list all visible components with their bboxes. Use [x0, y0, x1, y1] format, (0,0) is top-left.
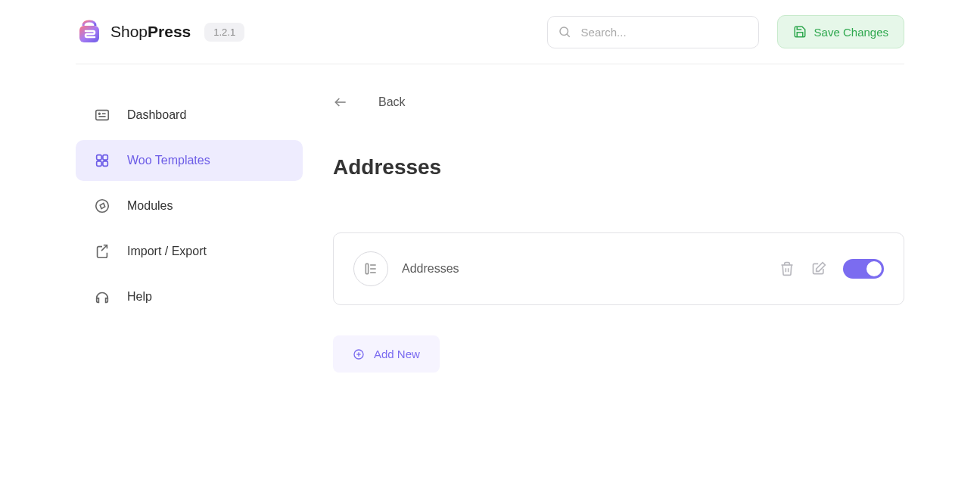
nav-label: Help: [127, 290, 152, 304]
template-name: Addresses: [402, 262, 459, 276]
search-icon: [558, 25, 571, 39]
import-export-icon: [94, 243, 110, 260]
nav-label: Modules: [127, 199, 173, 213]
search-input[interactable]: [547, 16, 759, 48]
svg-point-4: [98, 113, 100, 114]
list-icon: [363, 261, 378, 276]
svg-rect-8: [103, 155, 107, 160]
save-label: Save Changes: [814, 26, 888, 39]
sidebar: Dashboard Woo Templates Modules: [76, 95, 303, 373]
nav-item-import-export[interactable]: Import / Export: [76, 231, 303, 272]
plus-circle-icon: [353, 348, 365, 360]
nav-item-modules[interactable]: Modules: [76, 186, 303, 226]
version-badge: 1.2.1: [204, 23, 244, 42]
save-changes-button[interactable]: Save Changes: [777, 15, 904, 48]
logo[interactable]: ShopPress: [76, 18, 191, 45]
dashboard-icon: [94, 107, 110, 123]
templates-icon: [94, 152, 110, 169]
search-box: [547, 16, 759, 48]
svg-rect-9: [97, 161, 101, 166]
nav-item-woo-templates[interactable]: Woo Templates: [76, 140, 303, 181]
template-card: Addresses: [333, 232, 904, 305]
help-icon: [94, 288, 110, 305]
svg-rect-3: [96, 111, 109, 120]
add-new-label: Add New: [374, 348, 420, 360]
save-icon: [793, 25, 807, 39]
nav-label: Dashboard: [127, 108, 186, 122]
header: ShopPress 1.2.1 Save Changes: [76, 0, 904, 64]
nav-item-help[interactable]: Help: [76, 276, 303, 317]
main-content: Back Addresses Addresses: [303, 95, 904, 373]
delete-icon[interactable]: [779, 261, 795, 276]
nav-label: Import / Export: [127, 245, 207, 258]
svg-rect-13: [366, 264, 368, 273]
back-navigation[interactable]: Back: [333, 95, 904, 110]
nav-label: Woo Templates: [127, 154, 210, 167]
nav-item-dashboard[interactable]: Dashboard: [76, 95, 303, 136]
template-icon-circle: [353, 251, 388, 286]
enable-toggle[interactable]: [843, 259, 884, 279]
svg-line-2: [567, 34, 570, 37]
svg-rect-10: [103, 161, 107, 166]
svg-rect-7: [97, 155, 101, 160]
svg-point-1: [560, 27, 568, 36]
svg-point-11: [96, 200, 109, 213]
back-arrow-icon: [333, 95, 348, 110]
add-new-button[interactable]: Add New: [333, 335, 440, 373]
modules-icon: [94, 198, 110, 214]
logo-icon: [76, 18, 103, 45]
brand-name: ShopPress: [110, 23, 191, 41]
page-title: Addresses: [333, 155, 904, 179]
back-label: Back: [378, 95, 406, 109]
edit-icon[interactable]: [811, 261, 826, 276]
